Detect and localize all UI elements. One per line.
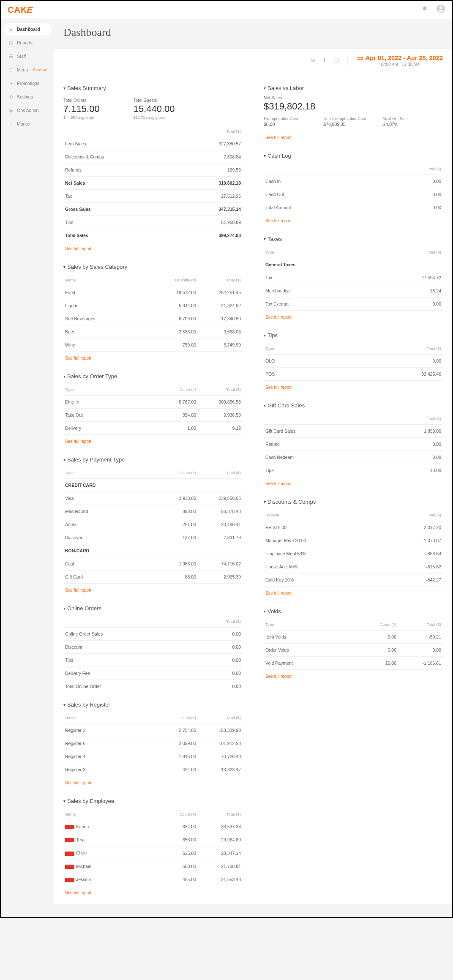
table-row: Take Out354.009,936.53 <box>63 409 243 422</box>
date-picker[interactable]: ▭Apr 01, 2022 - Apr 28, 2022 12:00 AM - … <box>357 55 443 67</box>
card-title[interactable]: Sales by Register <box>63 702 243 708</box>
card-title[interactable]: Online Orders <box>63 605 243 611</box>
cell-total: 309,856.53 <box>198 396 243 409</box>
user-avatar-icon[interactable] <box>436 4 445 15</box>
table-row: Tips10.00 <box>264 464 443 477</box>
gift-card-card: Gift Card Sales Total ($) Gift Card Sale… <box>259 399 447 495</box>
info-icon[interactable]: ⓘ <box>333 57 339 65</box>
table-row: Beer2,536.009,668.06 <box>63 325 243 338</box>
cell-value: 0.00 <box>371 438 443 451</box>
nav-dashboard[interactable]: ⌂Dashboard <box>3 23 52 35</box>
cell-name: Karina <box>63 820 153 833</box>
card-title[interactable]: Discounts & Comps <box>264 499 443 505</box>
col-header: Total ($) <box>371 163 443 175</box>
table-row: Discounts & Comps7,608.84 <box>63 150 243 164</box>
cell-name: Visa <box>63 492 153 505</box>
download-icon[interactable]: ⬇ <box>322 57 327 65</box>
table-row: Register-22,754.00153,339.90 <box>63 724 243 737</box>
see-full-report-link[interactable]: See full report <box>63 435 93 448</box>
cell-qty: 1.00 <box>153 422 198 435</box>
cell-qty: 354.00 <box>153 409 198 422</box>
cell-name: Soft Beverages <box>63 312 153 325</box>
card-title[interactable]: Gift Card Sales <box>264 402 443 409</box>
card-title[interactable]: Sales by Employee <box>63 798 243 804</box>
cell-value: 27,494.72 <box>371 271 443 284</box>
see-full-report-link[interactable]: See full report <box>264 311 293 324</box>
cell-value: 27,512.96 <box>171 190 243 203</box>
cell-label: RR $15.00 <box>264 521 371 534</box>
cell-label: Discounts & Comps <box>63 150 171 164</box>
card-title[interactable]: Tips <box>264 332 443 338</box>
table-row: Cash1,983.0074,116.02 <box>63 557 243 571</box>
cell-qty: 3,933.00 <box>153 492 198 505</box>
cell-value: 0.00 <box>371 355 443 368</box>
col-header: Count (#) <box>153 384 198 396</box>
see-full-report-link[interactable]: See full report <box>63 242 93 255</box>
col-header: Total ($) <box>198 384 243 396</box>
nav-settings[interactable]: ✿Settings <box>3 90 52 103</box>
cell-value: 7,608.84 <box>171 150 243 164</box>
cell-qty: 2,099.00 <box>153 737 198 750</box>
topbar-actions <box>422 4 445 15</box>
cell-name: Take Out <box>63 409 153 422</box>
cell-total: -59.21 <box>398 631 443 644</box>
sales-by-payment-card: Sales by Payment Type TypeCount (#)Total… <box>59 453 247 602</box>
see-full-report-link[interactable]: See full report <box>63 584 93 597</box>
cell-qty: 137.00 <box>153 531 198 544</box>
card-title[interactable]: Cash Log <box>264 153 443 159</box>
discounts-table: ReasonTotal ($) RR $15.00-2,017.20Manage… <box>264 509 443 587</box>
stat-label: Non-exempt Labor Cost <box>323 116 383 121</box>
see-full-report-link[interactable]: See full report <box>264 477 293 490</box>
see-full-report-link[interactable]: See full report <box>63 776 93 789</box>
cell-label: Employee Meal 50% <box>264 547 371 560</box>
nav-reports[interactable]: ▤Reports <box>3 36 52 49</box>
nav-ops-admin[interactable]: ◉Ops Admin <box>3 104 52 117</box>
cell-total: 5,749.99 <box>198 338 243 352</box>
cell-label: Total Sales <box>63 229 171 242</box>
cell-total: -1,186.61 <box>398 657 443 670</box>
card-title[interactable]: Taxes <box>264 236 443 242</box>
notifications-icon[interactable] <box>422 6 428 14</box>
col-header: Total ($) <box>371 343 443 355</box>
nav-staff[interactable]: ☰Staff <box>3 50 52 63</box>
gear-icon: ✿ <box>8 94 14 99</box>
email-icon[interactable]: ✉ <box>311 57 315 65</box>
register-table: NameCount (#)Total ($) Register-22,754.0… <box>63 712 243 776</box>
nav-promotions[interactable]: ✦Promotions <box>3 77 52 90</box>
see-full-report-link[interactable]: See full report <box>264 214 293 227</box>
col-header: Quantity (#) <box>153 274 198 286</box>
stat-value: $76,989.35 <box>323 122 383 127</box>
card-title[interactable]: Sales by Sales Category <box>63 264 243 270</box>
nav-label: Promotions <box>17 81 39 86</box>
payment-table: TypeCount (#)Total ($) CREDIT CARDVisa3,… <box>63 467 243 584</box>
staff-icon: ☰ <box>8 54 14 59</box>
cell-label: OLO <box>264 355 371 368</box>
cell-name: Discover <box>63 531 153 544</box>
col-header: Count (#) <box>153 712 198 724</box>
see-full-report-link[interactable]: See full report <box>264 670 293 683</box>
cell-qty: 1,845.00 <box>153 750 198 763</box>
nav-label: Reports <box>17 40 33 45</box>
table-row: Delivery Fee0.00 <box>63 667 243 680</box>
menu-icon: ☰ <box>8 67 14 72</box>
table-row: Cheri625.0028,347.14 <box>63 846 243 860</box>
card-title[interactable]: Voids <box>264 608 443 614</box>
see-full-report-link[interactable]: See full report <box>63 886 93 899</box>
card-title[interactable]: Sales by Order Type <box>63 373 243 379</box>
nav-market[interactable]: ⌂Market <box>3 117 52 130</box>
cell-total: 20,186.41 <box>198 518 243 531</box>
cash-log-table: Total ($) Cash In0.00Cash Out0.00Total A… <box>264 163 443 214</box>
cell-total: 74,116.02 <box>198 557 243 571</box>
card-title[interactable]: Sales Summary <box>63 85 243 91</box>
cell-total: 9,668.06 <box>198 325 243 338</box>
card-title[interactable]: Sales vs Labor <box>264 85 443 91</box>
cell-qty: 759.00 <box>153 338 198 352</box>
nav-menu[interactable]: ☰MenuPreview <box>3 63 52 76</box>
cell-total: 0.00 <box>398 644 443 657</box>
see-full-report-link[interactable]: See full report <box>264 587 293 600</box>
cell-qty: 2,536.00 <box>153 325 198 338</box>
see-full-report-link[interactable]: See full report <box>264 381 293 394</box>
see-full-report-link[interactable]: See full report <box>264 131 293 144</box>
see-full-report-link[interactable]: See full report <box>63 352 93 365</box>
card-title[interactable]: Sales by Payment Type <box>63 456 243 463</box>
